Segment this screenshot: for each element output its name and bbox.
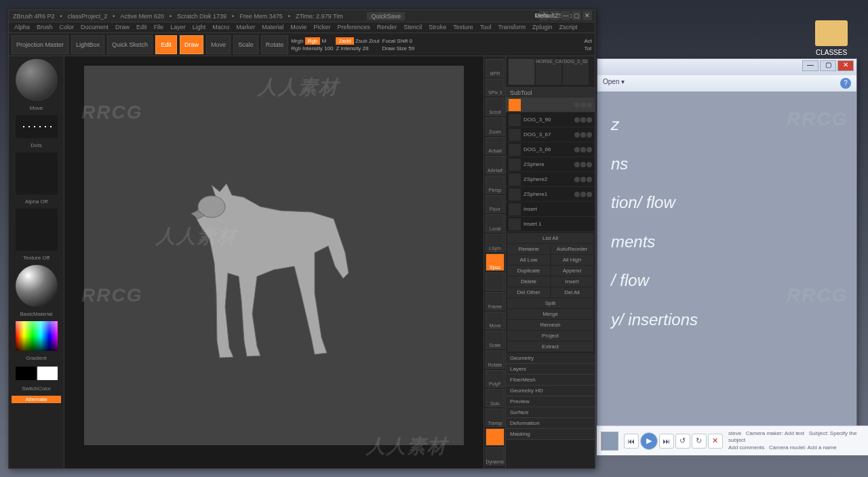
color-swatches[interactable]	[16, 367, 58, 380]
scroll-button[interactable]: Scroll	[486, 98, 505, 116]
spix-button[interactable]: SPix 3	[486, 79, 505, 97]
menu-item[interactable]: Zscript	[559, 24, 578, 31]
quicksketch-button[interactable]: Quick Sketch	[107, 35, 153, 54]
append-button[interactable]: Append	[551, 266, 593, 276]
menu-item[interactable]: Material	[262, 24, 283, 31]
menu-item[interactable]: Movie	[290, 24, 307, 31]
tool-thumb[interactable]	[509, 59, 534, 85]
stroke-preview[interactable]	[16, 115, 58, 138]
menu-item[interactable]: File	[154, 24, 164, 31]
rename-button[interactable]: Rename	[507, 244, 550, 254]
menu-item[interactable]: Transform	[498, 24, 526, 31]
maximize-button[interactable]: ▢	[572, 11, 581, 20]
desktop-folder-classes[interactable]: CLASSES	[815, 20, 848, 56]
section-layers[interactable]: Layers	[506, 364, 595, 375]
menu-item[interactable]: Layer	[170, 24, 186, 31]
project-button[interactable]: Project	[507, 331, 593, 341]
quicksave-button[interactable]: QuickSave	[367, 12, 405, 20]
menu-item[interactable]: Stroke	[429, 24, 446, 31]
menu-item[interactable]: Brush	[37, 24, 53, 31]
persp-button[interactable]: Persp	[486, 175, 505, 194]
menu-item[interactable]: Texture	[453, 24, 473, 31]
projection-master-button[interactable]: Projection Master	[12, 35, 68, 54]
solo-button[interactable]: Solo	[486, 389, 505, 407]
frame-button[interactable]: Frame	[486, 292, 505, 310]
section-preview[interactable]: Preview	[506, 396, 595, 407]
section-geometry[interactable]: Geometry	[506, 353, 595, 364]
menu-item[interactable]: Alpha	[14, 24, 30, 31]
section-geometryhd[interactable]: Geometry HD	[506, 386, 595, 396]
merge-button[interactable]: Merge	[507, 309, 593, 319]
subtool-item[interactable]: DOG_3_90	[506, 112, 595, 127]
menu-item[interactable]: Marker	[236, 24, 255, 31]
menu-item[interactable]: Edit	[136, 24, 147, 31]
subtool-item[interactable]: DOG_3_67	[506, 127, 595, 142]
close-button[interactable]: ✕	[837, 60, 854, 71]
menu-item[interactable]: Zplugin	[532, 24, 553, 31]
all-high-button[interactable]: All High	[551, 255, 593, 265]
local-button[interactable]: Local	[486, 214, 505, 232]
brush-preview[interactable]	[16, 59, 58, 101]
menu-item[interactable]: Preferences	[337, 24, 370, 31]
subtool-item[interactable]: ZSphere1	[506, 187, 595, 202]
zadd-button[interactable]: Zadd	[336, 37, 353, 45]
minimize-button[interactable]: —	[802, 60, 818, 71]
scale-button[interactable]: Scale	[233, 35, 258, 54]
rotate-button[interactable]: Rotate	[261, 35, 289, 54]
list-all-button[interactable]: List All	[507, 233, 593, 243]
menu-item[interactable]: Light	[193, 24, 206, 31]
edit-button[interactable]: Edit	[155, 35, 177, 54]
aahalf-button[interactable]: AAHalf	[486, 156, 505, 174]
rotate-ccw-button[interactable]: ↺	[675, 434, 690, 449]
move-cam-button[interactable]: Move	[486, 312, 505, 330]
insert-button[interactable]: Insert	[551, 276, 593, 287]
xpoz-button[interactable]: Xpoz	[486, 253, 505, 272]
alternate-button[interactable]: Alternate	[12, 396, 61, 403]
subtool-item[interactable]: ZSphere2	[506, 172, 595, 187]
default-script-button[interactable]: DefaultZScript	[550, 11, 559, 20]
minimize-button[interactable]: —	[561, 11, 570, 20]
del-other-button[interactable]: Del Other	[507, 287, 550, 297]
menu-item[interactable]: Render	[377, 24, 397, 31]
subtool-header[interactable]: SubTool	[506, 88, 595, 98]
draw-button[interactable]: Draw	[180, 35, 203, 54]
scale-cam-button[interactable]: Scale	[486, 331, 505, 349]
tool-thumb[interactable]: HORSE_CANTORI	[536, 59, 561, 85]
subtool-item[interactable]: DOG_3_66	[506, 142, 595, 157]
tool-thumb[interactable]: DOG_3_02	[563, 59, 589, 85]
duplicate-button[interactable]: Duplicate	[507, 266, 550, 276]
rotate-cam-button[interactable]: Rotate	[486, 350, 505, 369]
subtool-item[interactable]: ZSphere	[506, 157, 595, 172]
viewport[interactable]	[84, 66, 464, 445]
close-button[interactable]: ✕	[583, 11, 592, 20]
lsym-button[interactable]: LSym	[486, 234, 505, 252]
section-fibermesh[interactable]: FiberMesh	[506, 375, 595, 386]
open-dropdown[interactable]: Open ▾	[603, 78, 625, 89]
help-icon[interactable]: ?	[840, 78, 851, 89]
color-picker[interactable]	[16, 321, 58, 351]
delete-button[interactable]: Delete	[507, 276, 550, 287]
section-surface[interactable]: Surface	[506, 407, 595, 418]
rotate-cw-button[interactable]: ↻	[692, 434, 707, 449]
dynamic-button[interactable]: Dynamic	[486, 447, 505, 465]
menu-item[interactable]: Document	[81, 24, 108, 31]
menu-item[interactable]: Draw	[115, 24, 130, 31]
menu-item[interactable]: Picker	[313, 24, 330, 31]
zoom-button[interactable]: Zoom	[486, 117, 505, 136]
polyf-button[interactable]: PolyF	[486, 370, 505, 388]
subtool-item[interactable]: Insert 1	[506, 217, 595, 232]
subtool-item[interactable]: Insert	[506, 202, 595, 217]
split-button[interactable]: Split	[507, 298, 593, 308]
remesh-button[interactable]: Remesh	[507, 320, 593, 330]
delete-button[interactable]: ✕	[708, 434, 723, 449]
all-low-button[interactable]: All Low	[507, 255, 550, 265]
actual-button[interactable]: Actual	[486, 137, 505, 155]
menu-item[interactable]: Color	[60, 24, 75, 31]
maximize-button[interactable]: ▢	[820, 60, 836, 71]
next-button[interactable]: ⏭	[659, 434, 674, 449]
floor-button[interactable]: Floor	[486, 195, 505, 213]
notes-canvas[interactable]: z ns tion/ flow ments / flow y/ insertio…	[597, 91, 856, 448]
prev-button[interactable]: ⏮	[624, 434, 639, 449]
canvas-area[interactable]	[64, 56, 484, 468]
menu-item[interactable]: Tool	[480, 24, 492, 31]
